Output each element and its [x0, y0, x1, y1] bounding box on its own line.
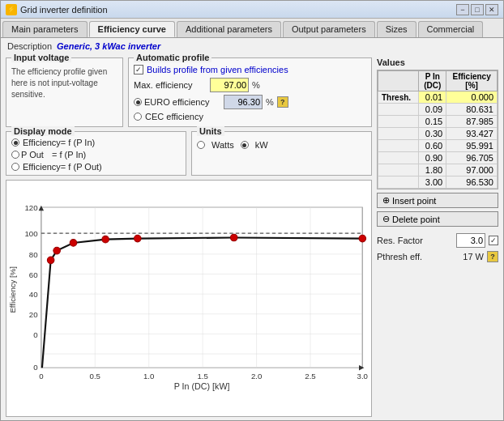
eff-value: 87.985: [446, 116, 498, 128]
watts-radio[interactable]: [197, 141, 205, 149]
table-row[interactable]: 0.60 95.991: [378, 140, 498, 152]
display-units-section: Display mode Efficiency= f (P In) P Out …: [6, 131, 372, 176]
main-window: ⚡ Grid inverter definition − □ ✕ Main pa…: [0, 0, 504, 421]
dm-label3: = f (P In): [52, 150, 86, 159]
tab-output-parameters[interactable]: Output parameters: [283, 21, 375, 37]
euro-help-button[interactable]: ?: [277, 96, 288, 108]
builds-profile-checkbox[interactable]: [134, 65, 143, 74]
table-row[interactable]: 0.15 87.985: [378, 116, 498, 128]
tab-main-parameters[interactable]: Main parameters: [2, 21, 88, 37]
svg-text:40: 40: [29, 290, 38, 299]
table-row[interactable]: 0.90 96.705: [378, 152, 498, 164]
window-title: Grid inverter definition: [20, 5, 456, 15]
p-value: 3.00: [419, 176, 446, 189]
top-section: Input voltage The efficiency profile giv…: [6, 57, 372, 127]
efficiency-chart: 120 100 80 60 40 20 0 0 0 0.5 1.0 1.5 2.…: [6, 181, 371, 416]
tab-commercial[interactable]: Commercial: [418, 21, 484, 37]
kw-label: kW: [255, 140, 268, 150]
values-title: Values: [377, 57, 498, 67]
svg-text:0: 0: [39, 372, 43, 381]
svg-text:20: 20: [29, 310, 38, 319]
eff-value: 93.427: [446, 128, 498, 140]
res-factor-checkbox[interactable]: [489, 236, 498, 245]
max-efficiency-label: Max. efficiency: [134, 80, 207, 90]
p-value: 0.30: [419, 128, 446, 140]
svg-point-36: [53, 247, 61, 254]
auto-profile-box: Automatic profile Builds profile from gi…: [128, 57, 372, 127]
table-row[interactable]: 0.09 80.631: [378, 104, 498, 116]
svg-text:0: 0: [33, 330, 37, 339]
svg-text:P In (DC) [kW]: P In (DC) [kW]: [174, 381, 230, 391]
input-voltage-box: Input voltage The efficiency profile giv…: [6, 57, 123, 127]
table-row[interactable]: 1.80 97.000: [378, 164, 498, 176]
svg-rect-0: [41, 207, 362, 368]
display-mode-box: Display mode Efficiency= f (P In) P Out …: [6, 131, 186, 176]
svg-text:1.5: 1.5: [197, 372, 207, 381]
input-voltage-title: Input voltage: [11, 54, 71, 62]
kw-radio[interactable]: [241, 141, 249, 149]
res-factor-row: Res. Factor: [377, 233, 498, 248]
euro-efficiency-radio[interactable]: [134, 98, 142, 106]
eff-value: 97.000: [446, 164, 498, 176]
res-factor-input[interactable]: [456, 233, 485, 248]
right-panel: Values P In(DC) Efficiency[%] Thresh. 0.…: [377, 57, 498, 417]
units-box: Units Watts kW: [191, 131, 372, 176]
max-efficiency-input[interactable]: [210, 78, 249, 92]
res-factor-label: Res. Factor: [377, 236, 453, 245]
tab-bar: Main parameters Efficiency curve Additio…: [1, 19, 503, 38]
auto-profile-title: Automatic profile: [134, 54, 211, 62]
euro-efficiency-input[interactable]: [224, 95, 263, 109]
dm-radio3[interactable]: [11, 163, 19, 171]
euro-efficiency-label: EURO efficiency: [144, 97, 217, 107]
p-value: 0.15: [419, 116, 446, 128]
minimize-button[interactable]: −: [456, 4, 469, 15]
window-controls: − □ ✕: [456, 4, 498, 15]
svg-point-40: [230, 234, 237, 241]
svg-point-35: [47, 257, 54, 264]
dm-radio2[interactable]: [11, 151, 19, 159]
tab-additional-parameters[interactable]: Additional parameters: [177, 21, 281, 37]
eff-value: 95.991: [446, 140, 498, 152]
cec-efficiency-label: CEC efficiency: [145, 112, 203, 121]
svg-text:120: 120: [25, 203, 38, 212]
svg-text:Efficiency [%]: Efficiency [%]: [8, 266, 17, 313]
svg-text:0: 0: [33, 363, 37, 372]
delete-point-button[interactable]: ⊖ Delete point: [377, 211, 498, 227]
chart-area: 120 100 80 60 40 20 0 0 0 0.5 1.0 1.5 2.…: [6, 180, 372, 417]
delete-icon: ⊖: [382, 214, 390, 224]
eff-value: 96.530: [446, 176, 498, 189]
pthresh-value: 17 W: [463, 252, 484, 262]
thresh-eff-value[interactable]: 0.000: [446, 91, 498, 104]
table-row[interactable]: 3.00 96.530: [378, 176, 498, 189]
svg-text:1.0: 1.0: [143, 372, 154, 381]
cec-efficiency-radio[interactable]: [134, 113, 142, 121]
insert-point-button[interactable]: ⊕ Insert point: [377, 193, 498, 208]
dm-label2: P Out: [21, 150, 44, 159]
close-button[interactable]: ✕: [485, 4, 498, 15]
p-value: 1.80: [419, 164, 446, 176]
display-mode-title: Display mode: [11, 126, 75, 136]
euro-efficiency-pct: %: [266, 97, 274, 107]
thresh-label: Thresh.: [378, 91, 419, 104]
svg-text:0.5: 0.5: [90, 372, 100, 381]
svg-text:80: 80: [29, 250, 38, 259]
dm-label4b: Efficiency= f (P Out): [23, 162, 102, 172]
insert-label: Insert point: [392, 196, 436, 206]
svg-point-38: [102, 236, 109, 243]
tab-efficiency-curve[interactable]: Efficiency curve: [89, 21, 175, 37]
svg-text:60: 60: [29, 270, 38, 279]
thresh-p-value[interactable]: 0.01: [419, 91, 446, 104]
units-title: Units: [197, 126, 224, 136]
pthresh-row: Pthresh eff. 17 W ?: [377, 251, 498, 262]
content-area: Input voltage The efficiency profile giv…: [1, 54, 503, 420]
pthresh-label: Pthresh eff.: [377, 252, 459, 262]
pthresh-help-button[interactable]: ?: [487, 251, 498, 262]
table-row[interactable]: 0.30 93.427: [378, 128, 498, 140]
insert-icon: ⊕: [382, 195, 390, 206]
col-p-header: P In(DC): [419, 71, 446, 91]
dm-radio1[interactable]: [11, 138, 19, 147]
maximize-button[interactable]: □: [471, 4, 484, 15]
cec-efficiency-row: CEC efficiency: [134, 112, 366, 121]
euro-efficiency-row: EURO efficiency % ?: [134, 95, 366, 109]
tab-sizes[interactable]: Sizes: [377, 21, 416, 37]
